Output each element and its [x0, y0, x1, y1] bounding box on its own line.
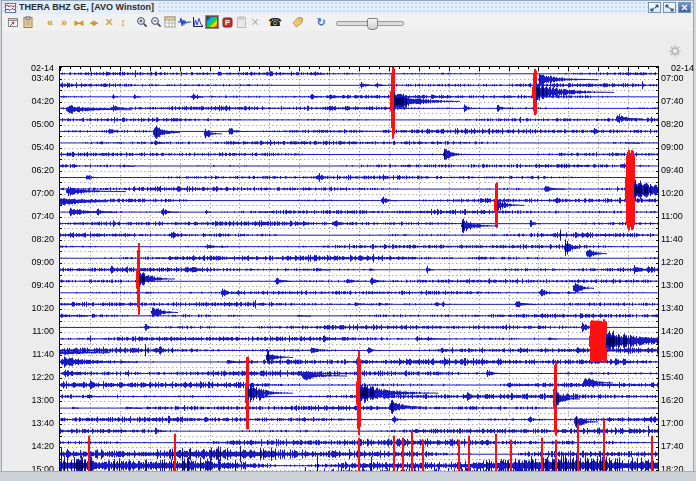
- svg-text:P: P: [224, 18, 229, 27]
- window-controls: [648, 2, 691, 13]
- helicorder-plot[interactable]: [59, 66, 659, 481]
- iconify-button[interactable]: [648, 2, 661, 13]
- app-background-strip: [0, 471, 696, 481]
- left-time-label: 07:40: [2, 212, 54, 221]
- left-time-label: 05:00: [2, 120, 54, 129]
- left-time-label: 06:20: [2, 166, 54, 175]
- right-time-label: 17:00: [661, 419, 684, 428]
- copy-clipboard-icon[interactable]: [234, 15, 248, 29]
- spectrogram-view-icon[interactable]: [205, 15, 219, 29]
- settings-icon[interactable]: [163, 15, 177, 29]
- helicorder-frame: THERA BHZ GE, [AVO Winston]: [1, 0, 694, 471]
- maximize-icon: [665, 4, 674, 12]
- spectra-view-icon[interactable]: [191, 15, 205, 29]
- right-time-label: 09:40: [661, 166, 684, 175]
- remove-wave-icon[interactable]: ✕: [248, 15, 262, 29]
- right-time-label: 07:00: [661, 74, 684, 83]
- window-title: THERA BHZ GE, [AVO Winston]: [19, 2, 158, 13]
- left-time-label: 11:00: [2, 327, 54, 336]
- titlebar[interactable]: THERA BHZ GE, [AVO Winston]: [2, 1, 693, 15]
- alarm-icon[interactable]: ☎: [268, 15, 282, 29]
- left-time-label: 10:20: [2, 304, 54, 313]
- tag-icon[interactable]: [290, 15, 304, 29]
- zoom-slider[interactable]: [336, 21, 404, 26]
- right-time-label: 08:20: [661, 120, 684, 129]
- left-time-label: 07:00: [2, 189, 54, 198]
- waveform-view-icon[interactable]: [177, 15, 191, 29]
- right-time-label: 17:40: [661, 442, 684, 451]
- right-time-label: 15:40: [661, 373, 684, 382]
- left-time-label: 05:40: [2, 143, 54, 152]
- right-time-label: 11:40: [661, 235, 683, 244]
- zoom-out-icon[interactable]: [149, 15, 163, 29]
- left-time-label: 09:00: [2, 258, 54, 267]
- right-time-label: 07:40: [661, 97, 684, 106]
- toolbar: « » ▸◂ ◂▸ ✕ ↕ P: [2, 14, 693, 32]
- spectrogram-gradient: [206, 16, 218, 28]
- expand-time-icon[interactable]: ◂▸: [86, 15, 100, 29]
- helicorder-view: 02-1402-1403:4007:0004:2007:4005:0008:20…: [2, 31, 693, 472]
- left-time-label: 11:40: [2, 350, 54, 359]
- left-time-label: 08:20: [2, 235, 54, 244]
- helicorder-icon: [5, 3, 16, 13]
- refresh-icon[interactable]: ↻: [314, 15, 328, 29]
- date-label-left: 02-14: [2, 64, 54, 73]
- slider-thumb[interactable]: [367, 18, 378, 30]
- grow-height-icon[interactable]: ↕: [116, 15, 130, 29]
- right-time-label: 14:20: [661, 327, 684, 336]
- maximize-button[interactable]: [663, 2, 676, 13]
- left-time-label: 13:40: [2, 419, 54, 428]
- throbber-gear-icon: [669, 45, 681, 57]
- left-time-label: 04:20: [2, 97, 54, 106]
- left-time-label: 09:40: [2, 281, 54, 290]
- scroll-back-icon[interactable]: «: [43, 15, 57, 29]
- phase-picker-icon[interactable]: P: [220, 15, 234, 29]
- close-icon: [681, 4, 688, 11]
- left-time-label: 13:00: [2, 396, 54, 405]
- right-time-label: 09:00: [661, 143, 684, 152]
- left-time-label: 14:20: [2, 442, 54, 451]
- new-window-icon[interactable]: [6, 15, 20, 29]
- swarm-app: THERA BHZ GE, [AVO Winston]: [0, 0, 696, 481]
- zoom-in-icon[interactable]: [135, 15, 149, 29]
- scroll-forward-icon[interactable]: »: [57, 15, 71, 29]
- right-time-label: 15:00: [661, 350, 684, 359]
- right-time-label: 13:40: [661, 304, 684, 313]
- compress-time-icon[interactable]: ▸◂: [71, 15, 85, 29]
- right-time-label: 10:20: [661, 189, 684, 198]
- right-time-label: 11:00: [661, 212, 683, 221]
- right-time-label: 16:20: [661, 396, 684, 405]
- save-icon[interactable]: [21, 15, 35, 29]
- right-time-label: 13:00: [661, 281, 684, 290]
- left-time-label: 12:20: [2, 373, 54, 382]
- left-time-label: 03:40: [2, 74, 54, 83]
- iconify-icon: [650, 4, 659, 12]
- right-time-label: 12:20: [661, 258, 684, 267]
- shrink-height-icon[interactable]: ✕: [102, 15, 116, 29]
- close-button[interactable]: [678, 2, 691, 13]
